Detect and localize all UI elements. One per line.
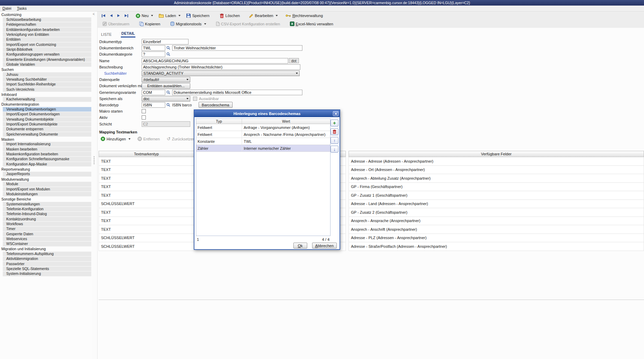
sidebar-item[interactable]: Import/Export von Customizing xyxy=(0,42,92,47)
speichern-als-select[interactable]: doc xyxy=(142,96,190,101)
textmarkentyp-column-header[interactable]: Textmarkentyp xyxy=(99,151,194,157)
available-field-row[interactable]: GP - Zusatz 1 (Geschäftspartner) xyxy=(349,191,644,200)
sidebar-item[interactable]: Dokumente entsperren xyxy=(0,127,92,132)
sidebar-item[interactable]: Feldeigenschaften xyxy=(0,22,92,27)
sidebar-item[interactable]: Verwaltung Suchbehälter xyxy=(0,77,92,82)
sidebar-item[interactable]: Import/Export von Modulen xyxy=(0,187,92,191)
sidebar-item[interactable]: Moduleinstellungen xyxy=(0,191,92,196)
sidebar-item[interactable]: System-Initialisierung xyxy=(0,271,92,276)
barcode-schema-row[interactable]: Feldwert Ansprech - Nachname /Firma (Ans… xyxy=(196,131,330,138)
sidebar-item[interactable]: Maskenkonfiguration bearbeiten xyxy=(0,152,92,157)
barcode-schema-row[interactable]: Feldwert Anfrage - Vorgangsnummer (Anfra… xyxy=(196,124,330,131)
sidebar-item[interactable]: Masken bearbeiten xyxy=(0,147,92,152)
available-field-row[interactable]: Adresse - PLZ (Adressen - Ansprechpartne… xyxy=(349,234,644,243)
excel-menu-button[interactable]: Excel-Menü verwalten xyxy=(288,21,335,27)
tab-detail[interactable]: DETAIL xyxy=(121,31,136,38)
lookup-magnifier-icon[interactable] xyxy=(166,103,170,107)
available-field-row[interactable]: Adresse - Straße/Postfach (Adressen - An… xyxy=(349,242,644,251)
available-field-row[interactable]: Ansprech - Ansprache (Ansprechpartner) xyxy=(349,217,644,226)
sidebar-item[interactable]: Spezielle SQL-Statements xyxy=(0,267,92,271)
edit-button[interactable]: Bearbeiten xyxy=(247,13,280,19)
sidebar-item[interactable]: WSContainer xyxy=(0,242,92,246)
sidebar-item[interactable]: Import Suchfelder-Reihenfolge xyxy=(0,82,92,87)
close-icon[interactable] xyxy=(333,111,338,116)
suchbehaelter-select[interactable]: STANDARD_ACTIVITY xyxy=(142,71,300,76)
barcodetyp-code-input[interactable] xyxy=(142,102,165,108)
sidebar-splitter[interactable]: < xyxy=(92,11,97,359)
dokumentenbereich-code-input[interactable] xyxy=(142,45,165,51)
menu-datei[interactable]: Datei xyxy=(2,6,11,10)
move-up-button[interactable]: ↑ xyxy=(331,137,338,144)
load-button[interactable]: Laden xyxy=(157,13,183,18)
generierungsvariante-code-input[interactable] xyxy=(142,90,165,95)
generierungsvariante-name-input[interactable] xyxy=(172,90,302,95)
sidebar-item[interactable]: Masken xyxy=(0,137,92,142)
available-field-row[interactable]: Adresse - Adresse (Adressen - Ansprechpa… xyxy=(349,157,644,166)
datenquelle-select[interactable]: #default# xyxy=(142,77,190,82)
copy-button[interactable]: Kopieren xyxy=(137,21,162,27)
sidebar-item[interactable]: Such-Verzeichnis xyxy=(0,87,92,92)
sidebar-item[interactable]: Schlüsselbearbeitung xyxy=(0,17,92,22)
cancel-button[interactable]: Abbrechen xyxy=(312,243,337,248)
suchbehaelter-label[interactable]: Suchbehälter xyxy=(99,71,142,75)
sidebar-item[interactable]: Reportverwaltung xyxy=(0,167,92,172)
dokumenttyp-input[interactable] xyxy=(142,39,189,44)
available-field-row[interactable]: Adresse - Land (Adressen - Ansprechpartn… xyxy=(349,200,644,209)
beschreibung-input[interactable] xyxy=(142,64,300,70)
sidebar-item[interactable]: Kachelverwaltung xyxy=(0,97,92,102)
sidebar-item[interactable]: Import/Export Dokumentvorlagen xyxy=(0,112,92,117)
sidebar-item[interactable]: Timer xyxy=(0,227,92,231)
collapse-sidebar-icon[interactable]: < xyxy=(93,13,95,16)
barcodeschema-button[interactable]: Barcodeschema xyxy=(199,102,233,108)
sidebar-item[interactable]: Sonstige Bereiche xyxy=(0,197,92,202)
sidebar-item[interactable]: Workflows xyxy=(0,221,92,226)
sidebar-item[interactable]: Kontaktzuordnung xyxy=(0,217,92,221)
sidebar-item[interactable]: Import Internationalisierung xyxy=(0,142,92,147)
sidebar-item[interactable]: Verwaltung Dokumentobjekte xyxy=(0,117,92,122)
first-record-button[interactable] xyxy=(101,14,106,18)
available-fields-column-header[interactable]: Verfügbare Felder xyxy=(349,151,644,157)
sidebar-item[interactable]: Konfiguration App-Maske xyxy=(0,162,92,166)
dokumentkategorie-code-input[interactable] xyxy=(142,51,165,57)
new-button[interactable]: Neu xyxy=(134,13,155,19)
sidebar-item[interactable]: Speicherverwaltung Dokumente xyxy=(0,132,92,137)
wert-column-header[interactable]: Wert xyxy=(242,119,330,124)
sidebar-item[interactable]: JasperReports xyxy=(0,172,92,177)
move-down-button[interactable]: ↓ xyxy=(331,146,338,153)
sidebar-item[interactable]: Passwörter xyxy=(0,261,92,266)
sidebar-item[interactable]: Migration und Initialisierung xyxy=(0,246,92,251)
previous-record-button[interactable] xyxy=(109,14,113,18)
sidebar-item[interactable]: Telefonnummern-Aufsplittung xyxy=(0,252,92,256)
add-mapping-button[interactable]: Hinzufügen xyxy=(101,137,131,141)
available-field-row[interactable]: Adresse - Ort (Adressen - Ansprechpartne… xyxy=(349,166,644,174)
sidebar-item[interactable]: Verwaltung Dokumentvorlagen xyxy=(0,107,92,112)
makro-starten-checkbox[interactable] xyxy=(142,109,146,113)
sidebar-item[interactable]: Konfiguration Schnellerfassungsmaske xyxy=(0,157,92,162)
sidebar-item[interactable]: Dokumentenintegration xyxy=(0,102,92,107)
available-field-row[interactable]: Ansprech - Abteilung Zusatz (Ansprechpar… xyxy=(349,174,644,183)
sidebar-item[interactable]: Gesperrte Daten xyxy=(0,231,92,236)
available-field-row[interactable]: Ansprech - Anschrift (Ansprechpartner) xyxy=(349,225,644,234)
sidebar-item[interactable]: Infoboard xyxy=(0,92,92,97)
delete-button[interactable]: Löschen xyxy=(218,13,242,19)
rights-management-button[interactable]: Rechteverwaltung xyxy=(283,13,325,18)
sidebar-item[interactable]: Telefonie-Konfiguration xyxy=(0,206,92,211)
sidebar-item[interactable]: Customizing xyxy=(0,12,92,17)
dialog-titlebar[interactable]: Hinterlegung eines Barcodeschemas xyxy=(194,110,340,117)
save-button[interactable]: Speichern xyxy=(184,13,212,19)
sidebar-item[interactable]: Systemeinstellungen xyxy=(0,202,92,206)
sidebar-item[interactable]: Globale Variablen xyxy=(0,62,92,67)
lookup-magnifier-icon[interactable] xyxy=(166,52,170,56)
dokumentenbereich-name-input[interactable] xyxy=(172,45,302,51)
sidebar-item[interactable]: Suchen xyxy=(0,67,92,72)
sidebar-item[interactable]: Webservices xyxy=(0,236,92,241)
last-record-button[interactable] xyxy=(124,14,129,18)
typ-column-header[interactable]: Typ xyxy=(196,119,242,124)
delete-row-button[interactable] xyxy=(331,128,338,135)
sidebar-item[interactable]: Telefonie-Inbound-Dialog xyxy=(0,212,92,217)
entitaeten-auswaehlen-button[interactable]: Entitäten auswählen... xyxy=(142,83,190,89)
next-record-button[interactable] xyxy=(117,14,120,18)
aktiv-checkbox[interactable] xyxy=(142,115,146,120)
menu-tasks[interactable]: Tasks xyxy=(17,6,27,10)
sidebar-item[interactable]: Verknüpfung von Entitäten xyxy=(0,32,92,37)
